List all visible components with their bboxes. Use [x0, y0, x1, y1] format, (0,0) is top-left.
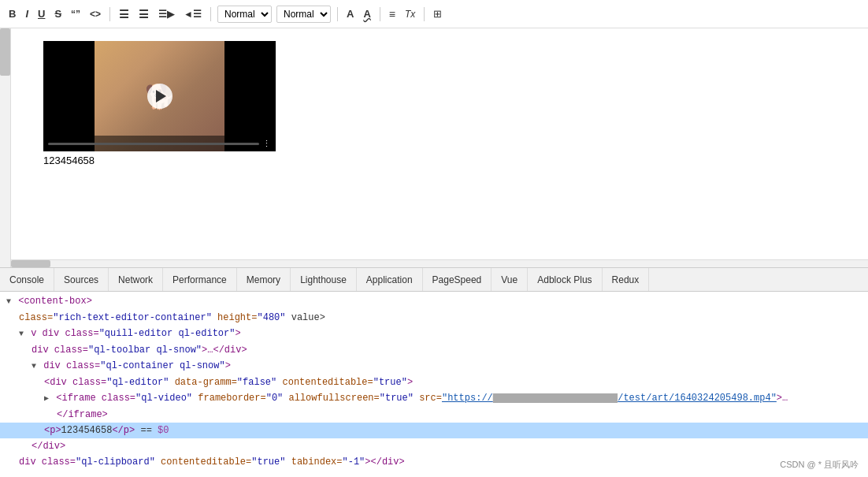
format-select-1[interactable]: Normal [217, 6, 272, 23]
tab-adblock[interactable]: Adblock Plus [528, 268, 602, 291]
tab-network[interactable]: Network [109, 268, 163, 291]
code-attr-val-9: "ql-video" [135, 393, 192, 404]
code-tag-8: <p> [44, 425, 61, 436]
code-attr-val-13: "true" [251, 457, 285, 468]
strikethrough-button[interactable]: S [52, 7, 64, 20]
collapse-arrow-3[interactable]: ▼ [32, 360, 36, 374]
scrollbar-thumb[interactable] [0, 28, 10, 76]
devtools-content[interactable]: ▼ <content-box> class="rich-text-editor-… [0, 292, 868, 477]
code-line-3: ▼ v div class="quill-editor ql-editor"> [0, 326, 868, 342]
toolbar-divider-1 [109, 7, 110, 21]
code-attr-3: data-gramm= [175, 377, 237, 388]
direction-icon[interactable]: Tx [402, 7, 417, 21]
code-attr-val-7: "false" [237, 377, 276, 388]
table-icon[interactable]: ⊞ [431, 6, 444, 21]
devtools-tabs: Console Sources Network Performance Memo… [0, 268, 868, 292]
code-attr-val-6: "ql-editor" [106, 377, 169, 388]
code-tag-6: <iframe class= [56, 393, 135, 404]
code-eq: $0 [158, 425, 169, 436]
code-link[interactable]: "https:// [442, 393, 493, 404]
collapse-arrow-4[interactable]: ▶ [44, 392, 49, 406]
tab-redux[interactable]: Redux [603, 268, 650, 291]
code-attr: class= [19, 312, 53, 323]
code-line-6: <div class="ql-editor" data-gramm="false… [0, 375, 868, 390]
code-line-4: div class="ql-toolbar ql-snow">…</div> [0, 342, 868, 358]
tab-application[interactable]: Application [357, 268, 423, 291]
bottom-scrollbar[interactable] [11, 259, 868, 267]
toolbar-divider-3 [337, 7, 338, 21]
tab-pagespeed[interactable]: PageSpeed [423, 268, 492, 291]
tab-performance[interactable]: Performance [163, 268, 237, 291]
code-link-suffix[interactable]: /test/art/1640324205498.mp4" [618, 393, 777, 404]
align-icon[interactable]: ≡ [387, 6, 398, 22]
code-attr-val-10: "0" [266, 393, 284, 404]
code-line-9: <p>123454658</p> == $0 [0, 423, 868, 438]
code-attr-9: tabindex= [291, 457, 343, 468]
text-color-icon[interactable]: A [344, 6, 356, 21]
tab-lighthouse[interactable]: Lighthouse [291, 268, 357, 291]
bold-button[interactable]: B [6, 7, 18, 20]
code-tag-3: div class= [32, 345, 88, 356]
ol-button[interactable]: ☰ [117, 7, 132, 21]
code-attr-8: contenteditable= [161, 457, 251, 468]
editor-content[interactable]: 🐕 ⋮ 123454658 [0, 28, 868, 267]
code-line-11: div class="ql-clipboard" contenteditable… [0, 454, 868, 470]
code-tag-7: </iframe> [57, 409, 108, 420]
code-attr-val-2: "480" [257, 312, 285, 323]
code-button[interactable]: <> [87, 8, 103, 20]
toolbar-divider-2 [210, 7, 211, 21]
code-line-8: </iframe> [0, 407, 868, 423]
italic-button[interactable]: I [23, 7, 31, 20]
format-select-2[interactable]: Normal [276, 6, 331, 23]
caption-text: 123454658 [43, 155, 276, 166]
code-attr-val-4: "ql-toolbar ql-snow" [88, 345, 202, 356]
devtools-panel: Console Sources Network Performance Memo… [0, 268, 868, 477]
code-line-10: </div> [0, 438, 868, 454]
blockquote-button[interactable]: “” [69, 8, 83, 20]
progress-bar[interactable] [48, 143, 259, 145]
toolbar-divider-5 [424, 7, 425, 21]
code-attr-val-5: "ql-container ql-snow" [100, 360, 224, 371]
code-tag-2: v div class= [31, 328, 98, 339]
tab-sources[interactable]: Sources [54, 268, 109, 291]
watermark: CSDN @ * 且听风吟 [780, 459, 859, 471]
tab-memory[interactable]: Memory [237, 268, 291, 291]
toolbar: B I U S “” <> ☰ ☰ ☰▶ ◄☰ Normal Normal A … [0, 0, 868, 28]
video-player[interactable]: 🐕 ⋮ [43, 41, 276, 151]
bottom-scrollbar-thumb[interactable] [11, 260, 50, 267]
collapse-arrow-2[interactable]: ▼ [19, 327, 24, 341]
code-attr-5: frameborder= [198, 393, 265, 404]
code-attr-val-3: "quill-editor ql-editor" [99, 328, 236, 339]
code-attr-val-8: "true" [373, 377, 407, 388]
code-tag-10: div class= [19, 457, 76, 468]
code-redacted: ████████████████████████ [493, 393, 618, 403]
code-attr-4: contenteditable= [282, 377, 373, 388]
code-line-5: ▼ div class="ql-container ql-snow"> [0, 358, 868, 375]
code-attr-val-14: "-1" [343, 457, 365, 468]
code-attr-2: height= [217, 312, 257, 323]
left-scrollbar[interactable] [0, 28, 11, 267]
more-button[interactable]: ⋮ [262, 139, 271, 149]
code-attr-7: src= [419, 393, 442, 404]
editor-area: B I U S “” <> ☰ ☰ ☰▶ ◄☰ Normal Normal A … [0, 0, 868, 268]
video-left-panel [43, 41, 95, 151]
code-text-3: == [140, 425, 158, 436]
code-attr-val-12: "ql-clipboard" [76, 457, 155, 468]
collapse-arrow[interactable]: ▼ [6, 295, 11, 309]
code-tag-4: div class= [43, 360, 100, 371]
code-tag-9: </div> [32, 441, 65, 452]
highlight-icon[interactable]: A [361, 6, 373, 21]
code-attr-val: "rich-text-editor-container" [53, 312, 212, 323]
underline-button[interactable]: U [35, 7, 47, 20]
tab-console[interactable]: Console [0, 268, 54, 291]
video-container: 🐕 ⋮ 123454658 [43, 41, 276, 166]
video-controls: ⋮ [43, 136, 276, 151]
code-tag: <content-box> [18, 296, 92, 307]
play-button[interactable] [147, 84, 172, 109]
toolbar-divider-4 [380, 7, 380, 21]
ul-button[interactable]: ☰ [136, 7, 151, 21]
indent-left-button[interactable]: ◄☰ [181, 8, 204, 20]
code-attr-val-11: "true" [380, 393, 414, 404]
tab-vue[interactable]: Vue [491, 268, 528, 291]
indent-right-button[interactable]: ☰▶ [156, 8, 176, 20]
